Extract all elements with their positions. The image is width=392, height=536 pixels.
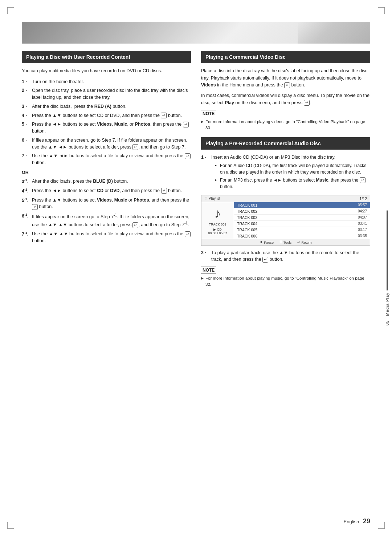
tools-icon: ☰ [279,240,282,244]
chapter-number: 05 [385,320,389,325]
alt-step-6: 6-1. If files appear on the screen go to… [22,212,191,228]
enter-btn-icon-7: ↵ [185,153,191,159]
pre-bullet-2: • For an MP3 disc, press the ◄► buttons … [215,177,370,190]
enter-btn-pre2: ↵ [262,257,268,263]
pre-step-2-content: To play a particular track, use the ▲▼ b… [211,249,370,263]
corner-mark-tr [378,7,385,14]
commercial-video-body1: Place a disc into the disc tray with the… [201,68,370,89]
pre-step-1-num: 1 · [201,154,211,161]
playlist-footer-pause: ⏸ Pause [260,240,274,244]
playlist-header: ♡ Playlist 1/12 [201,195,370,202]
side-tab-text: 05 Media Play [385,293,389,326]
steps-list: 1 · Turn on the home theater. 2 · Open t… [22,78,191,166]
pre-bullets: • For an Audio CD (CD-DA), the first tra… [215,162,370,190]
alt-step-3-content: After the disc loads, press the BLUE (D)… [32,178,191,185]
track-name-3: TRACK 003 [237,215,257,220]
note-label-pre: NOTE [201,267,216,274]
track-name-1: TRACK 001 [237,203,257,207]
left-section-header: Playing a Disc with User Recorded Conten… [22,51,191,63]
alt-step-5-content: Press the ▲▼ buttons to select Videos, M… [32,197,191,211]
playlist-footer-tools: ☰ Tools [279,240,291,244]
music-note-icon: ♪ [215,206,221,221]
step-4: 4 · Press the ▲▼ buttons to select CD or… [22,112,191,119]
pre-step-2-num: 2 · [201,249,211,256]
alt-step-6-num: 6-1. [22,212,32,220]
commercial-video-note: NOTE For more information about playing … [201,110,370,131]
track-time-4: 03:41 [358,222,367,226]
step-5-content: Press the ◄► buttons to select Videos, M… [32,121,191,135]
corner-mark-tl [7,7,14,14]
alt-steps-list: 3-1. After the disc loads, press the BLU… [22,178,191,244]
prerecorded-step2-list: 2 · To play a particular track, use the … [201,249,370,263]
enter-btn-icon-7a: ↵ [185,231,191,237]
playlist-container: ♡ Playlist 1/12 ♪ TRACK 001 ▶ CD 00:08 /… [201,195,370,246]
alt-step-7-num: 7-1. [22,231,32,238]
step-2-content: Open the disc tray, place a user recorde… [32,87,191,101]
alt-step-4-num: 4-1. [22,187,32,195]
enter-btn-pre: ↵ [360,177,366,183]
tools-label: Tools [283,240,291,244]
corner-mark-br [378,522,385,529]
step-3-num: 3 · [22,103,32,110]
pre-step-1-content: Insert an Audio CD (CD-DA) or an MP3 Dis… [211,154,370,191]
step-1: 1 · Turn on the home theater. [22,78,191,85]
prerecorded-header: Playing a Pre-Recorded Commercial Audio … [201,137,370,150]
prerecorded-step-2: 2 · To play a particular track, use the … [201,249,370,263]
step-2-num: 2 · [22,87,32,94]
footer-page-number: 29 [363,517,370,525]
alt-step-4: 4-1. Press the ◄► buttons to select CD o… [22,187,191,195]
return-label: Return [301,240,312,244]
step-6-num: 6 · [22,137,32,144]
step-5: 5 · Press the ◄► buttons to select Video… [22,121,191,135]
alt-step-6-content: If files appear on the screen go to Step… [32,212,191,228]
track-time-3: 04:07 [358,215,367,219]
playing-track-name: TRACK 001 [209,223,226,226]
time-display: 00:08 / 05:57 [208,231,227,235]
track-time-2: 04:27 [358,209,367,213]
alt-step-4-content: Press the ◄► buttons to select CD or DVD… [32,187,191,194]
right-column: Playing a Commercial Video Disc Place a … [201,51,370,292]
alt-step-3-num: 3-1. [22,178,32,185]
left-column: Playing a Disc with User Recorded Conten… [22,51,191,292]
step-6: 6 · If files appear on the screen, go to… [22,137,191,151]
corner-mark-bl [7,522,14,529]
alt-step-5: 5-1. Press the ▲▼ buttons to select Vide… [22,197,191,211]
track-time-5: 03:17 [358,228,367,232]
side-tab: 05 Media Play [383,211,392,326]
pause-label: Pause [264,240,274,244]
playlist-row-4: TRACK 004 03:41 [234,221,370,227]
track-name-4: TRACK 004 [237,222,257,226]
bullet-dot-1: • [215,162,220,169]
step-3-content: After the disc loads, press the RED (A) … [32,103,191,110]
playlist-footer: ⏸ Pause ☰ Tools ↩ Return [201,239,370,245]
page-header-decoration [22,22,370,44]
playlist-row-5: TRACK 005 03:17 [234,227,370,233]
left-intro-text: You can play mulitmedia files you have r… [22,68,191,74]
step-7-content: Use the ▲▼ ◄► buttons to select a file t… [32,153,191,166]
footer-english: English [343,519,359,524]
enter-btn-icon-6: ↵ [132,144,138,150]
side-tab-bar [387,211,388,291]
prerecorded-step-1: 1 · Insert an Audio CD (CD-DA) or an MP3… [201,154,370,191]
playlist-right-panel: TRACK 001 05:57 TRACK 002 04:27 TRACK 00… [234,202,370,239]
commercial-video-body2: In most cases, commercial videos will di… [201,92,370,106]
alt-step-7-content: Use the ▲▼ ▲▼ buttons to select a file t… [32,231,191,244]
main-content: Playing a Disc with User Recorded Conten… [22,51,370,292]
step-4-content: Press the ▲▼ buttons to select CD or DVD… [32,112,191,119]
step-7: 7 · Use the ▲▼ ◄► buttons to select a fi… [22,153,191,166]
page-footer: English 29 [343,517,370,525]
prerecorded-note: NOTE For more information about playing … [201,267,370,288]
playlist-row-3: TRACK 003 04:07 [234,215,370,221]
bullet-dot-2: • [215,177,220,183]
playlist-row-1: TRACK 001 05:57 [234,202,370,208]
step-6-content: If files appear on the screen, go to Ste… [32,137,191,151]
playlist-body: ♪ TRACK 001 ▶ CD 00:08 / 05:57 TRACK 001… [201,202,370,239]
playlist-footer-return: ↩ Return [297,240,312,244]
track-name-6: TRACK 006 [237,234,257,238]
alt-step-5-num: 5-1. [22,197,32,204]
playlist-row-2: TRACK 002 04:27 [234,208,370,215]
track-time-1: 05:57 [358,203,367,207]
enter-btn-icon-5: ↵ [183,122,189,127]
step-1-num: 1 · [22,78,32,85]
return-icon: ↩ [297,240,300,244]
